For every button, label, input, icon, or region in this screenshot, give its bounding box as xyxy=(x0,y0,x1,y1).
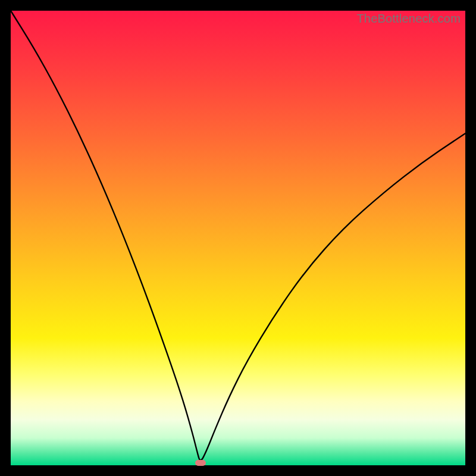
chart-frame: TheBottleneck.com xyxy=(0,0,476,476)
plot-area: TheBottleneck.com xyxy=(11,11,465,465)
curve-minimum-marker xyxy=(195,460,206,466)
bottleneck-curve xyxy=(11,11,465,465)
